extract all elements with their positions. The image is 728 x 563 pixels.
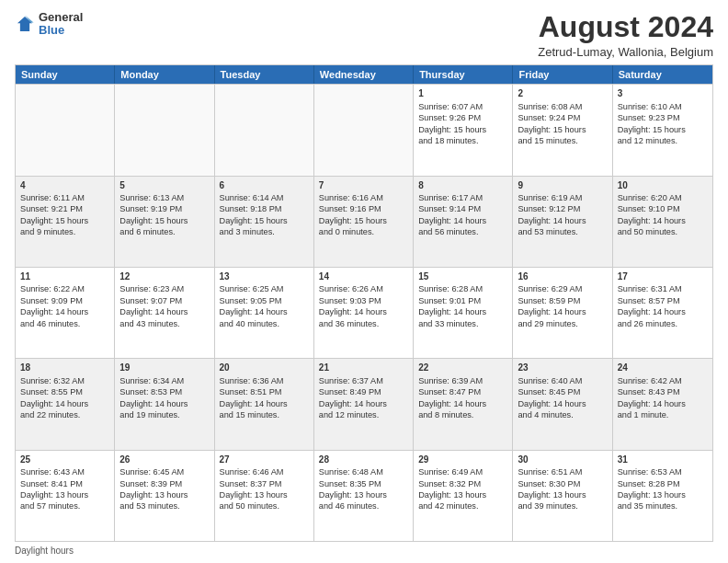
cal-header-tuesday: Tuesday	[215, 65, 314, 84]
day-info: Sunrise: 6:34 AM Sunset: 8:53 PM Dayligh…	[119, 376, 188, 419]
day-number: 9	[518, 179, 607, 192]
day-info: Sunrise: 6:39 AM Sunset: 8:47 PM Dayligh…	[418, 376, 486, 419]
cal-cell-day-16: 16Sunrise: 6:29 AM Sunset: 8:59 PM Dayli…	[513, 268, 612, 358]
cal-week-0: 1Sunrise: 6:07 AM Sunset: 9:26 PM Daylig…	[16, 84, 712, 175]
day-info: Sunrise: 6:31 AM Sunset: 8:57 PM Dayligh…	[618, 284, 686, 327]
day-number: 2	[518, 87, 607, 100]
cal-header-saturday: Saturday	[613, 65, 712, 84]
logo-text: General Blue	[39, 11, 83, 38]
day-info: Sunrise: 6:10 AM Sunset: 9:23 PM Dayligh…	[618, 102, 686, 145]
cal-header-thursday: Thursday	[414, 65, 513, 84]
day-number: 20	[220, 362, 309, 374]
cal-cell-day-26: 26Sunrise: 6:45 AM Sunset: 8:39 PM Dayli…	[115, 451, 214, 541]
day-info: Sunrise: 6:25 AM Sunset: 9:05 PM Dayligh…	[220, 284, 288, 327]
calendar: SundayMondayTuesdayWednesdayThursdayFrid…	[15, 64, 713, 542]
cal-cell-day-14: 14Sunrise: 6:26 AM Sunset: 9:03 PM Dayli…	[314, 268, 414, 358]
cal-header-sunday: Sunday	[16, 65, 115, 84]
cal-header-friday: Friday	[513, 65, 612, 84]
day-number: 5	[119, 179, 209, 192]
logo: General Blue	[15, 11, 83, 38]
day-number: 8	[418, 179, 507, 192]
svg-marker-0	[17, 17, 32, 31]
cal-cell-day-5: 5Sunrise: 6:13 AM Sunset: 9:19 PM Daylig…	[115, 177, 214, 267]
day-number: 28	[319, 454, 408, 466]
cal-header-wednesday: Wednesday	[314, 65, 414, 84]
day-number: 22	[418, 362, 507, 374]
day-info: Sunrise: 6:46 AM Sunset: 8:37 PM Dayligh…	[220, 467, 288, 511]
cal-cell-day-17: 17Sunrise: 6:31 AM Sunset: 8:57 PM Dayli…	[613, 268, 712, 358]
day-number: 18	[20, 362, 109, 374]
day-info: Sunrise: 6:13 AM Sunset: 9:19 PM Dayligh…	[119, 193, 188, 236]
cal-week-3: 18Sunrise: 6:32 AM Sunset: 8:55 PM Dayli…	[16, 358, 712, 449]
cal-cell-day-28: 28Sunrise: 6:48 AM Sunset: 8:35 PM Dayli…	[314, 451, 414, 541]
cal-cell-empty	[314, 85, 414, 175]
day-info: Sunrise: 6:08 AM Sunset: 9:24 PM Dayligh…	[518, 102, 586, 145]
cal-cell-day-22: 22Sunrise: 6:39 AM Sunset: 8:47 PM Dayli…	[414, 359, 513, 449]
cal-cell-day-27: 27Sunrise: 6:46 AM Sunset: 8:37 PM Dayli…	[215, 451, 314, 541]
calendar-header-row: SundayMondayTuesdayWednesdayThursdayFrid…	[16, 65, 712, 84]
day-number: 29	[418, 454, 507, 466]
day-info: Sunrise: 6:53 AM Sunset: 8:28 PM Dayligh…	[618, 467, 686, 511]
page-subtitle: Zetrud-Lumay, Wallonia, Belgium	[538, 45, 713, 59]
day-info: Sunrise: 6:07 AM Sunset: 9:26 PM Dayligh…	[418, 102, 486, 145]
cal-cell-day-29: 29Sunrise: 6:49 AM Sunset: 8:32 PM Dayli…	[414, 451, 513, 541]
cal-cell-day-3: 3Sunrise: 6:10 AM Sunset: 9:23 PM Daylig…	[613, 85, 712, 175]
day-info: Sunrise: 6:37 AM Sunset: 8:49 PM Dayligh…	[319, 376, 387, 419]
day-number: 13	[220, 270, 309, 283]
title-block: August 2024 Zetrud-Lumay, Wallonia, Belg…	[538, 11, 713, 59]
day-number: 10	[618, 179, 708, 192]
cal-cell-day-31: 31Sunrise: 6:53 AM Sunset: 8:28 PM Dayli…	[613, 451, 712, 541]
cal-cell-day-8: 8Sunrise: 6:17 AM Sunset: 9:14 PM Daylig…	[414, 177, 513, 267]
day-number: 30	[518, 454, 607, 466]
day-info: Sunrise: 6:48 AM Sunset: 8:35 PM Dayligh…	[319, 467, 387, 511]
day-info: Sunrise: 6:17 AM Sunset: 9:14 PM Dayligh…	[418, 193, 486, 236]
day-info: Sunrise: 6:32 AM Sunset: 8:55 PM Dayligh…	[20, 376, 88, 419]
cal-cell-day-2: 2Sunrise: 6:08 AM Sunset: 9:24 PM Daylig…	[513, 85, 612, 175]
day-number: 23	[518, 362, 607, 374]
day-number: 1	[418, 87, 507, 100]
day-info: Sunrise: 6:51 AM Sunset: 8:30 PM Dayligh…	[518, 467, 586, 511]
day-info: Sunrise: 6:20 AM Sunset: 9:10 PM Dayligh…	[618, 193, 686, 236]
page-title: August 2024	[538, 11, 713, 43]
cal-cell-day-18: 18Sunrise: 6:32 AM Sunset: 8:55 PM Dayli…	[16, 359, 115, 449]
cal-cell-day-12: 12Sunrise: 6:23 AM Sunset: 9:07 PM Dayli…	[115, 268, 214, 358]
cal-cell-day-21: 21Sunrise: 6:37 AM Sunset: 8:49 PM Dayli…	[314, 359, 414, 449]
day-number: 27	[220, 454, 309, 466]
cal-cell-day-6: 6Sunrise: 6:14 AM Sunset: 9:18 PM Daylig…	[215, 177, 314, 267]
day-number: 16	[518, 270, 607, 283]
cal-cell-empty	[215, 85, 314, 175]
cal-week-4: 25Sunrise: 6:43 AM Sunset: 8:41 PM Dayli…	[16, 450, 712, 541]
cal-cell-empty	[115, 85, 214, 175]
page: General Blue August 2024 Zetrud-Lumay, W…	[0, 0, 728, 563]
cal-week-2: 11Sunrise: 6:22 AM Sunset: 9:09 PM Dayli…	[16, 267, 712, 358]
day-info: Sunrise: 6:16 AM Sunset: 9:16 PM Dayligh…	[319, 193, 387, 236]
cal-cell-day-19: 19Sunrise: 6:34 AM Sunset: 8:53 PM Dayli…	[115, 359, 214, 449]
cal-cell-day-9: 9Sunrise: 6:19 AM Sunset: 9:12 PM Daylig…	[513, 177, 612, 267]
day-info: Sunrise: 6:29 AM Sunset: 8:59 PM Dayligh…	[518, 284, 586, 327]
day-info: Sunrise: 6:19 AM Sunset: 9:12 PM Dayligh…	[518, 193, 586, 236]
cal-cell-day-10: 10Sunrise: 6:20 AM Sunset: 9:10 PM Dayli…	[613, 177, 712, 267]
day-number: 11	[20, 270, 109, 283]
day-number: 31	[618, 454, 708, 466]
day-info: Sunrise: 6:14 AM Sunset: 9:18 PM Dayligh…	[220, 193, 288, 236]
day-info: Sunrise: 6:40 AM Sunset: 8:45 PM Dayligh…	[518, 376, 586, 419]
day-number: 17	[618, 270, 708, 283]
day-number: 26	[119, 454, 209, 466]
cal-week-1: 4Sunrise: 6:11 AM Sunset: 9:21 PM Daylig…	[16, 176, 712, 267]
day-number: 12	[119, 270, 209, 283]
cal-cell-day-25: 25Sunrise: 6:43 AM Sunset: 8:41 PM Dayli…	[16, 451, 115, 541]
day-info: Sunrise: 6:22 AM Sunset: 9:09 PM Dayligh…	[20, 284, 88, 327]
day-info: Sunrise: 6:23 AM Sunset: 9:07 PM Dayligh…	[119, 284, 188, 327]
day-info: Sunrise: 6:49 AM Sunset: 8:32 PM Dayligh…	[418, 467, 486, 511]
day-number: 21	[319, 362, 408, 374]
cal-cell-day-30: 30Sunrise: 6:51 AM Sunset: 8:30 PM Dayli…	[513, 451, 612, 541]
cal-cell-day-20: 20Sunrise: 6:36 AM Sunset: 8:51 PM Dayli…	[215, 359, 314, 449]
day-number: 4	[20, 179, 109, 192]
day-number: 25	[20, 454, 109, 466]
cal-cell-day-11: 11Sunrise: 6:22 AM Sunset: 9:09 PM Dayli…	[16, 268, 115, 358]
cal-cell-day-23: 23Sunrise: 6:40 AM Sunset: 8:45 PM Dayli…	[513, 359, 612, 449]
day-info: Sunrise: 6:11 AM Sunset: 9:21 PM Dayligh…	[20, 193, 88, 236]
logo-icon	[15, 14, 35, 34]
day-number: 19	[119, 362, 209, 374]
header: General Blue August 2024 Zetrud-Lumay, W…	[15, 11, 713, 59]
